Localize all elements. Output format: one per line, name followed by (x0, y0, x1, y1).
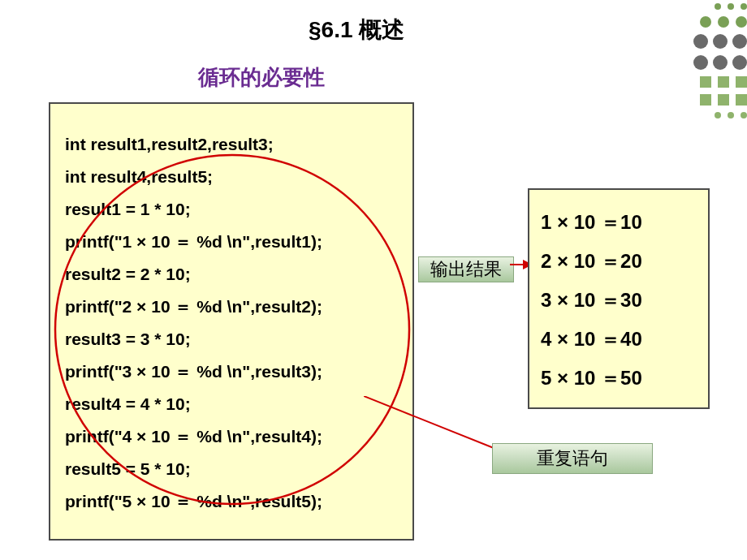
output-line: 2 × 10 ＝20 (541, 242, 697, 281)
code-line: result3 = 3 * 10; (65, 323, 398, 355)
output-line: 1 × 10 ＝10 (541, 203, 697, 242)
output-line: 5 × 10 ＝50 (541, 359, 697, 398)
output-block: 1 × 10 ＝10 2 × 10 ＝20 3 × 10 ＝30 4 × 10 … (528, 188, 710, 409)
svg-line-3 (364, 396, 502, 451)
code-line: printf("3 × 10 ＝ %d \n",result3); (65, 355, 398, 388)
output-line: 4 × 10 ＝40 (541, 320, 697, 359)
output-line: 3 × 10 ＝30 (541, 281, 697, 320)
code-line: result1 = 1 * 10; (65, 193, 398, 226)
code-line: int result4,result5; (65, 161, 398, 193)
code-line: result5 = 5 * 10; (65, 453, 398, 485)
code-line: int result1,result2,result3; (65, 128, 398, 161)
code-line: printf("4 × 10 ＝ %d \n",result4); (65, 420, 398, 453)
code-line: printf("1 × 10 ＝ %d \n",result1); (65, 226, 398, 258)
code-line: result4 = 4 * 10; (65, 388, 398, 420)
code-block: int result1,result2,result3; int result4… (49, 102, 414, 541)
slide-title: §6.1 概述 (309, 15, 404, 45)
code-line: printf("2 × 10 ＝ %d \n",result2); (65, 291, 398, 323)
repeat-label: 重复语句 (492, 443, 653, 474)
slide-decoration (672, 3, 747, 151)
code-line: printf("5 × 10 ＝ %d \n",result5); (65, 485, 398, 518)
slide-subtitle: 循环的必要性 (198, 63, 325, 92)
output-label: 输出结果 (418, 256, 514, 282)
code-line: result2 = 2 * 10; (65, 258, 398, 291)
